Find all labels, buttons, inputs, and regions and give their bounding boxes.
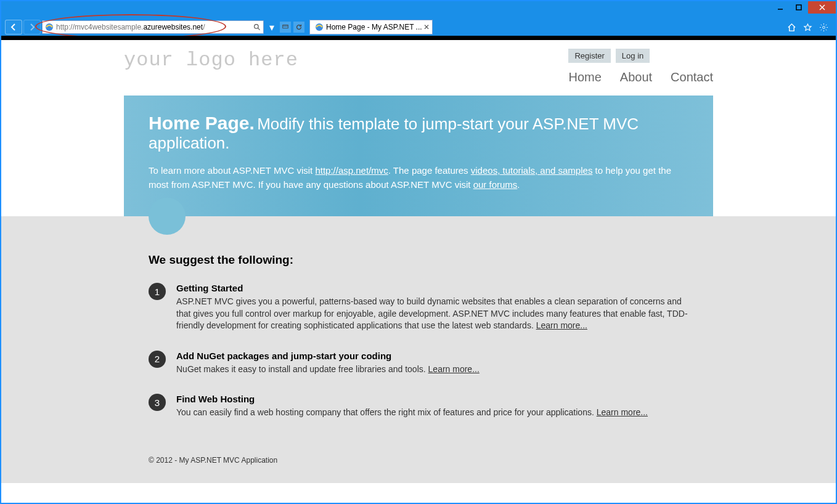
maximize-button[interactable]: [790, 1, 808, 14]
back-button[interactable]: [5, 20, 22, 35]
step-body: You can easily find a web hosting compan…: [176, 407, 597, 417]
footer-text: © 2012 - My ASP.NET MVC Application: [124, 437, 713, 465]
hero-link-aspnet[interactable]: http://asp.net/mvc: [315, 165, 388, 176]
refresh-icon[interactable]: [293, 22, 304, 33]
hero-title: Home Page.: [149, 113, 255, 133]
learn-more-link[interactable]: Learn more...: [597, 407, 648, 417]
step-item: Getting Started ASP.NET MVC gives you a …: [149, 283, 688, 332]
login-link[interactable]: Log in: [616, 49, 650, 63]
top-black-bar: [1, 36, 836, 40]
step-title: Add NuGet packages and jump-start your c…: [176, 351, 688, 361]
tab-title: Home Page - My ASP.NET ...: [326, 23, 422, 31]
address-bar[interactable]: http://mvc4websitesample.azurewebsites.n…: [42, 20, 264, 34]
step-item: Find Web Hosting You can easily find a w…: [149, 394, 688, 419]
tab-close-icon[interactable]: ✕: [423, 23, 430, 31]
hero-link-samples[interactable]: videos, tutorials, and samples: [471, 165, 593, 176]
url-prefix: http://mvc4websitesample.: [56, 23, 143, 31]
learn-more-link[interactable]: Learn more...: [428, 364, 480, 374]
step-body: ASP.NET MVC gives you a powerful, patter…: [176, 296, 688, 330]
compat-icon[interactable]: [280, 22, 291, 33]
home-icon[interactable]: [786, 22, 796, 32]
learn-more-link[interactable]: Learn more...: [536, 320, 587, 330]
hero-notch: [149, 198, 186, 235]
window-titlebar: [1, 1, 836, 18]
url-suffix: /: [203, 23, 205, 31]
hero-banner: Home Page. Modify this template to jump-…: [124, 96, 713, 216]
forward-button[interactable]: [23, 20, 41, 35]
step-title: Find Web Hosting: [176, 394, 688, 404]
svg-line-6: [258, 28, 259, 30]
url-domain: azurewebsites.net: [143, 23, 203, 31]
hero-link-forums[interactable]: our forums: [473, 179, 518, 190]
search-icon[interactable]: [251, 21, 263, 33]
step-body: NuGet makes it easy to install and updat…: [176, 364, 428, 374]
favorites-icon[interactable]: [802, 22, 812, 32]
hero-paragraph: To learn more about ASP.NET MVC visit ht…: [149, 164, 688, 192]
minimize-button[interactable]: [771, 1, 790, 14]
dropdown-icon[interactable]: ▾: [266, 22, 277, 33]
nav-contact[interactable]: Contact: [671, 70, 713, 84]
nav-about[interactable]: About: [620, 70, 652, 84]
nav-home[interactable]: Home: [568, 70, 601, 84]
step-title: Getting Started: [176, 283, 688, 293]
svg-point-10: [822, 26, 825, 28]
url-text: http://mvc4websitesample.azurewebsites.n…: [56, 23, 251, 31]
browser-tab[interactable]: Home Page - My ASP.NET ... ✕: [309, 20, 433, 35]
suggest-heading: We suggest the following:: [149, 253, 688, 267]
browser-toolbar: http://mvc4websitesample.azurewebsites.n…: [1, 18, 836, 36]
page-viewport: your logo here Register Log in Home Abou…: [1, 36, 836, 503]
svg-rect-1: [796, 5, 801, 10]
close-button[interactable]: [808, 1, 836, 14]
ie-icon: [314, 22, 324, 32]
logo-text: your logo here: [124, 49, 298, 71]
step-item: Add NuGet packages and jump-start your c…: [149, 351, 688, 376]
svg-rect-7: [283, 25, 288, 28]
settings-icon[interactable]: [819, 22, 828, 32]
ie-icon: [44, 22, 54, 32]
svg-point-5: [254, 24, 258, 28]
register-link[interactable]: Register: [568, 49, 610, 63]
